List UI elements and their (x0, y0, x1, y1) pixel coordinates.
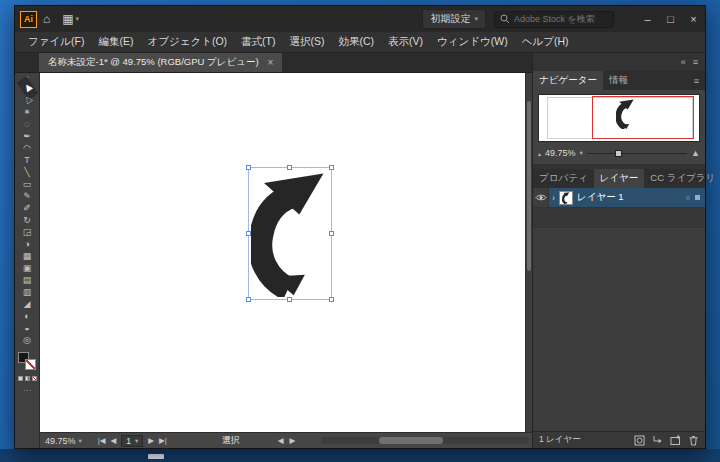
slider-track (587, 153, 687, 154)
visibility-cell[interactable] (533, 188, 549, 207)
search-input[interactable] (514, 14, 608, 24)
navigator-preview[interactable] (538, 94, 700, 142)
selection-handle[interactable] (287, 297, 292, 302)
tab-close-icon[interactable]: × (268, 57, 274, 68)
home-icon[interactable]: ⌂ (37, 12, 56, 26)
navigator-panel-tabs: ナビゲーター 情報 ≡ (533, 71, 705, 90)
tab-navigator[interactable]: ナビゲーター (533, 71, 603, 90)
mesh-tool[interactable]: ▤ (17, 274, 38, 286)
navigator-artwork-thumbnail (616, 99, 635, 129)
rectangle-tool[interactable]: ▭ (17, 178, 38, 190)
minimize-button[interactable]: – (636, 6, 659, 32)
vertical-scrollbar[interactable] (525, 73, 532, 432)
paintbrush-tool[interactable]: ✎ (17, 190, 38, 202)
horizontal-scrollbar[interactable] (321, 437, 529, 444)
blend-tool[interactable]: ◐ (17, 310, 38, 322)
selection-bounding-box[interactable] (248, 167, 332, 300)
maximize-button[interactable]: □ (659, 6, 682, 32)
navigator-zoom-slider[interactable] (587, 150, 687, 157)
new-layer-icon[interactable] (670, 435, 681, 446)
horizontal-scrollbar-thumb[interactable] (379, 437, 443, 444)
selection-handle[interactable] (287, 165, 292, 170)
selected-artwork-arrow[interactable] (251, 170, 329, 297)
last-artboard-icon[interactable]: ▶| (159, 436, 167, 445)
toolbar-overflow-icon[interactable]: ⋯ (23, 386, 31, 395)
pencil-tool[interactable]: ✐ (17, 202, 38, 214)
document-tab[interactable]: 名称未設定-1* @ 49.75% (RGB/GPU プレビュー) × (39, 53, 282, 72)
zoom-control[interactable]: 49.75% ▾ (45, 436, 82, 446)
free-transform-tool[interactable]: ▦ (17, 250, 38, 262)
collapse-panels-icon[interactable]: « (681, 57, 686, 67)
slider-thumb[interactable] (615, 150, 622, 157)
gradient-button[interactable] (25, 376, 30, 381)
menu-view[interactable]: 表示(V) (381, 35, 430, 49)
status-left-arrow-icon[interactable]: ◀ (278, 436, 284, 445)
pen-tool[interactable]: ✒ (17, 130, 38, 142)
selection-handle[interactable] (246, 165, 251, 170)
artboard-number-field[interactable]: 1 ▾ (121, 435, 143, 447)
zoom-out-icon[interactable]: ▴ (538, 150, 541, 157)
make-mask-icon[interactable] (634, 435, 645, 446)
new-sublayer-icon[interactable] (652, 435, 663, 446)
tab-properties[interactable]: プロパティ (533, 169, 594, 188)
stock-search-box[interactable] (494, 11, 614, 28)
menu-effect[interactable]: 効果(C) (331, 35, 381, 49)
zoom-tool[interactable]: ◎ (17, 334, 38, 346)
layer-row-selected[interactable]: › レイヤー 1 ○ (549, 188, 705, 207)
taskbar-app-indicator[interactable] (148, 454, 164, 459)
tab-layers[interactable]: レイヤー (594, 169, 645, 188)
lasso-tool[interactable]: ◌ (17, 118, 38, 130)
canvas[interactable] (40, 73, 525, 432)
chevron-down-icon[interactable]: ▾ (580, 149, 583, 157)
selection-handle[interactable] (246, 231, 251, 236)
hand-tool[interactable]: ◒ (17, 322, 38, 334)
layer-row[interactable]: › レイヤー 1 ○ (533, 188, 705, 208)
layer-name[interactable]: レイヤー 1 (577, 191, 682, 204)
menu-window[interactable]: ウィンドウ(W) (430, 35, 515, 49)
menu-object[interactable]: オブジェクト(O) (140, 35, 234, 49)
zoom-in-icon[interactable]: ▲ (691, 148, 700, 158)
shape-builder-tool[interactable]: ▣ (17, 262, 38, 274)
selection-handle[interactable] (329, 165, 334, 170)
close-button[interactable]: × (682, 6, 705, 32)
menu-help[interactable]: ヘルプ(H) (515, 35, 576, 49)
menu-type[interactable]: 書式(T) (234, 35, 282, 49)
menu-file[interactable]: ファイル(F) (21, 35, 91, 49)
selection-handle[interactable] (329, 297, 334, 302)
type-tool[interactable]: T (17, 154, 38, 166)
workspace-switcher[interactable]: 初期設定 ▾ (422, 9, 486, 29)
tab-info[interactable]: 情報 (603, 71, 634, 90)
panel-menu-icon[interactable]: ≡ (694, 71, 705, 90)
navigator-view-box[interactable] (592, 96, 694, 139)
chevron-down-icon[interactable]: ▾ (76, 15, 80, 23)
delete-layer-icon[interactable] (688, 435, 699, 446)
width-tool[interactable]: ◑ (17, 238, 38, 250)
first-artboard-icon[interactable]: |◀ (98, 436, 106, 445)
eyedropper-tool[interactable]: ◢ (17, 298, 38, 310)
status-right-arrow-icon[interactable]: ▶ (290, 436, 296, 445)
line-segment-tool[interactable]: ╲ (17, 166, 38, 178)
selection-handle[interactable] (329, 231, 334, 236)
illustrator-logo: Ai (20, 11, 37, 28)
menu-select[interactable]: 選択(S) (282, 35, 331, 49)
dock-menu-icon[interactable]: ≡ (693, 57, 698, 67)
windows-taskbar[interactable] (0, 449, 720, 462)
layers-panel-footer: 1 レイヤー (533, 431, 705, 448)
none-button[interactable] (32, 376, 37, 381)
color-button[interactable] (18, 376, 23, 381)
rotate-tool[interactable]: ↻ (17, 214, 38, 226)
stroke-swatch[interactable] (25, 359, 36, 370)
tab-cc-libraries[interactable]: CC ライブラリ (644, 169, 720, 188)
vertical-scrollbar-thumb[interactable] (527, 101, 531, 271)
target-circle-icon[interactable]: ○ (686, 194, 690, 201)
curvature-tool[interactable]: ◠ (17, 142, 38, 154)
next-artboard-icon[interactable]: ▶ (148, 436, 154, 445)
selection-color-chip[interactable] (694, 194, 701, 201)
menu-edit[interactable]: 編集(E) (91, 35, 140, 49)
previous-artboard-icon[interactable]: ◀ (111, 436, 117, 445)
gradient-tool[interactable]: ▥ (17, 286, 38, 298)
navigator-zoom-value[interactable]: 49.75% (545, 148, 576, 158)
selection-handle[interactable] (246, 297, 251, 302)
scale-tool[interactable]: ◲ (17, 226, 38, 238)
expand-chevron-icon[interactable]: › (552, 193, 555, 203)
